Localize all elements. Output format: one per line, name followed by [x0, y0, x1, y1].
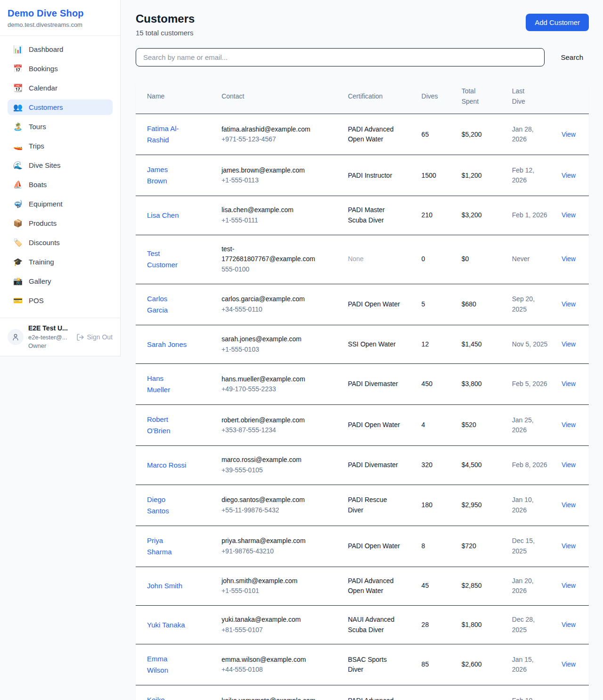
people-icon: 👥: [13, 104, 23, 111]
table-row: Keiko Yamamoto keiko.yamamoto@example.co…: [136, 685, 589, 700]
customer-name-link[interactable]: Keiko Yamamoto: [147, 694, 188, 700]
customers-table-card: Name Contact Certification Dives Total S…: [136, 79, 589, 700]
customer-certification: None: [348, 254, 363, 264]
sign-out-button[interactable]: Sign Out: [76, 333, 113, 341]
customer-name-link[interactable]: Diego Santos: [147, 494, 188, 517]
sidebar-item-label: Dive Sites: [29, 161, 61, 169]
sidebar-item[interactable]: 🚤 Trips: [8, 138, 113, 154]
sidebar-item[interactable]: 🎓 Training: [8, 254, 113, 270]
customer-name-link[interactable]: Hans Mueller: [147, 373, 188, 395]
customer-name-link[interactable]: Fatima Al-Rashid: [147, 123, 188, 146]
search-button[interactable]: Search: [561, 49, 583, 65]
customer-dives: 320: [422, 461, 432, 469]
table-row: Fatima Al-Rashid fatima.alrashid@example…: [136, 114, 589, 155]
view-link[interactable]: View: [562, 255, 576, 263]
customer-last-dive: Feb 1, 2026: [512, 210, 547, 221]
view-link[interactable]: View: [562, 380, 576, 387]
table-row: Robert O'Brien robert.obrien@example.com…: [136, 405, 589, 446]
sidebar-item[interactable]: ⛵ Boats: [8, 177, 113, 192]
customer-email: james.brown@example.com: [221, 165, 316, 176]
user-email: e2e-tester@...: [28, 334, 72, 341]
view-link[interactable]: View: [562, 421, 576, 428]
view-link[interactable]: View: [562, 501, 576, 509]
view-link[interactable]: View: [562, 172, 576, 179]
page-header-text: Customers 15 total customers: [136, 12, 195, 37]
view-link[interactable]: View: [562, 461, 576, 469]
customer-last-dive: Feb 10, 2026: [512, 696, 548, 700]
customer-total-spent: $3,200: [462, 211, 482, 219]
view-link[interactable]: View: [562, 621, 576, 628]
customer-total-spent: $2,950: [462, 501, 482, 509]
customer-certification: SSI Open Water: [348, 339, 395, 350]
view-link[interactable]: View: [562, 340, 576, 348]
customer-dives: 1500: [422, 172, 436, 179]
view-link[interactable]: View: [562, 300, 576, 308]
customer-dives: 65: [422, 131, 429, 138]
sidebar-header: Demo Dive Shop demo.test.divestreams.com: [0, 0, 120, 36]
customer-name-link[interactable]: Sarah Jones: [147, 339, 187, 350]
customer-phone: +1-555-0101: [221, 586, 336, 596]
customer-email: carlos.garcia@example.com: [221, 294, 316, 305]
customer-name-link[interactable]: James Brown: [147, 164, 188, 187]
view-link[interactable]: View: [562, 582, 576, 589]
sidebar-item[interactable]: 🌊 Dive Sites: [8, 157, 113, 173]
bookings-calendar-icon: 📅: [13, 65, 23, 73]
customer-last-dive: Dec 28, 2025: [512, 615, 548, 635]
customer-certification: PADI Master Scuba Diver: [348, 205, 402, 225]
customer-total-spent: $1,450: [462, 340, 482, 348]
customer-phone: +1-555-0103: [221, 345, 336, 355]
customer-phone: +34-555-0110: [221, 305, 336, 315]
customer-email: keiko.yamamoto@example.com: [221, 696, 316, 700]
view-link[interactable]: View: [562, 131, 576, 138]
customer-dives: 4: [422, 421, 425, 428]
add-customer-button[interactable]: Add Customer: [526, 14, 589, 31]
sidebar-item[interactable]: 🏷️ Discounts: [8, 235, 113, 250]
table-row: Hans Mueller hans.mueller@example.com +4…: [136, 364, 589, 405]
customer-dives: 45: [422, 582, 429, 589]
view-link[interactable]: View: [562, 542, 576, 550]
sidebar-item[interactable]: 📸 Gallery: [8, 273, 113, 289]
customer-dives: 210: [422, 211, 432, 219]
search-input[interactable]: [136, 48, 545, 66]
customer-certification: PADI Open Water: [348, 541, 399, 552]
sidebar-item[interactable]: 👥 Customers: [8, 99, 113, 115]
sidebar-item[interactable]: 🤿 Equipment: [8, 196, 113, 212]
table-row: Priya Sharma priya.sharma@example.com +9…: [136, 526, 589, 567]
sidebar: Demo Dive Shop demo.test.divestreams.com…: [0, 0, 121, 356]
sidebar-item[interactable]: 📊 Dashboard: [8, 41, 113, 57]
sidebar-item[interactable]: 🏝️ Tours: [8, 119, 113, 134]
table-head: Name Contact Certification Dives Total S…: [136, 79, 589, 114]
customer-name-link[interactable]: Test Customer: [147, 248, 188, 271]
customer-phone: +353-87-555-1234: [221, 425, 336, 436]
island-icon: 🏝️: [13, 123, 23, 131]
customer-name-link[interactable]: Priya Sharma: [147, 535, 188, 558]
customer-dives: 5: [422, 300, 425, 308]
customer-phone: +44-555-0108: [221, 665, 336, 675]
view-link[interactable]: View: [562, 660, 576, 668]
sidebar-item-label: Training: [29, 258, 54, 266]
sidebar-item[interactable]: 📦 Products: [8, 215, 113, 231]
sidebar-item[interactable]: 📅 Bookings: [8, 61, 113, 76]
customer-last-dive: Feb 8, 2026: [512, 460, 547, 470]
customer-name-link[interactable]: John Smith: [147, 580, 182, 592]
customer-email: john.smith@example.com: [221, 576, 316, 586]
sidebar-item[interactable]: 📆 Calendar: [8, 80, 113, 96]
column-header: Last Dive: [506, 79, 556, 114]
customer-name-link[interactable]: Marco Rossi: [147, 460, 186, 471]
sidebar-item[interactable]: 💳 POS: [8, 293, 113, 308]
customer-total-spent: $2,850: [462, 582, 482, 589]
customer-name-link[interactable]: Yuki Tanaka: [147, 619, 185, 631]
customer-last-dive: Jan 28, 2026: [512, 124, 548, 145]
customer-email: robert.obrien@example.com: [221, 415, 316, 426]
customer-last-dive: Jan 10, 2026: [512, 495, 548, 515]
customer-phone: +49-170-555-2233: [221, 384, 336, 395]
customer-name-link[interactable]: Lisa Chen: [147, 210, 179, 221]
sailboat-icon: ⛵: [13, 181, 23, 189]
customer-last-dive: Sep 20, 2025: [512, 294, 548, 314]
customer-name-link[interactable]: Emma Wilson: [147, 653, 188, 676]
customer-name-link[interactable]: Carlos Garcia: [147, 293, 188, 316]
view-link[interactable]: View: [562, 211, 576, 219]
person-icon: [11, 333, 20, 341]
shop-domain: demo.test.divestreams.com: [8, 21, 113, 28]
customer-name-link[interactable]: Robert O'Brien: [147, 414, 188, 436]
